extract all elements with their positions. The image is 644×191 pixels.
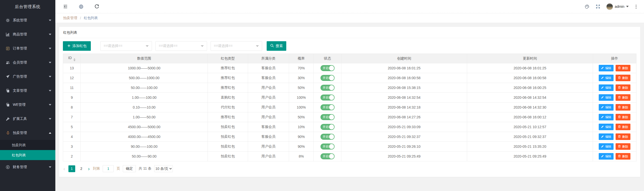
- goto-suffix-label: 页: [116, 166, 120, 171]
- page-button-2[interactable]: 2: [78, 165, 85, 172]
- goto-page-input[interactable]: [103, 165, 114, 172]
- toggle-knob: [329, 124, 334, 129]
- sidebar-item-we[interactable]: WE管理: [0, 98, 55, 112]
- sidebar-item-orders[interactable]: 订单管理: [0, 41, 55, 56]
- delete-button[interactable]: 删除: [616, 75, 630, 81]
- column-header-updated: 更新时间: [467, 54, 593, 63]
- delete-button[interactable]: 删除: [616, 153, 630, 160]
- row-range: 500.00——1000.00: [81, 73, 208, 83]
- user-menu[interactable]: admin: [606, 3, 629, 10]
- sidebar-subitem-redpacket-list[interactable]: 红包列表: [0, 150, 55, 160]
- edit-button[interactable]: 编辑: [599, 114, 614, 120]
- page-button-1[interactable]: 1: [68, 165, 75, 172]
- edit-button[interactable]: 编辑: [599, 133, 614, 140]
- sort-icon[interactable]: [73, 58, 75, 61]
- search-button[interactable]: 搜索: [267, 41, 286, 51]
- status-toggle[interactable]: 开启: [320, 65, 335, 71]
- sidebar-item-label: 扩展工具: [13, 117, 49, 121]
- sidebar-item-goods[interactable]: 商品管理: [0, 27, 55, 41]
- status-toggle[interactable]: 开启: [320, 114, 335, 120]
- theme-palette-icon[interactable]: [584, 4, 590, 9]
- chevron-down-icon: [49, 118, 51, 120]
- fullscreen-icon[interactable]: [596, 4, 600, 9]
- trash-icon: [618, 155, 621, 158]
- status-toggle[interactable]: 开启: [320, 104, 335, 110]
- delete-button[interactable]: 删除: [616, 84, 630, 91]
- row-category: 客服会员: [248, 73, 289, 83]
- row-type: 推荐红包: [208, 73, 248, 83]
- sidebar-item-system[interactable]: 系统管理: [0, 13, 55, 27]
- breadcrumb-separator: /: [80, 16, 81, 20]
- column-header-id[interactable]: ID: [63, 54, 81, 63]
- status-toggle[interactable]: 开启: [320, 85, 335, 91]
- status-toggle[interactable]: 开启: [320, 75, 335, 81]
- sidebar-item-members[interactable]: 会员管理: [0, 56, 55, 70]
- sidebar-item-finance[interactable]: 财务管理: [0, 160, 55, 174]
- next-page-button[interactable]: ›: [88, 166, 90, 171]
- filter-select-3[interactable]: ==请选择==: [211, 41, 262, 51]
- breadcrumb-parent[interactable]: 拍卖管理: [63, 16, 77, 20]
- delete-button[interactable]: 删除: [616, 124, 630, 130]
- edit-button[interactable]: 编辑: [599, 143, 614, 150]
- edit-button[interactable]: 编辑: [599, 65, 614, 71]
- edit-button[interactable]: 编辑: [599, 75, 614, 81]
- toggle-knob: [329, 134, 334, 139]
- sidebar-item-tools[interactable]: 扩展工具: [0, 112, 55, 126]
- delete-button[interactable]: 删除: [616, 104, 630, 111]
- row-type: 拍卖红包: [208, 142, 248, 152]
- sidebar-item-ads[interactable]: 广告管理: [0, 70, 55, 84]
- row-range: 1.00——50.00: [81, 112, 208, 122]
- delete-button[interactable]: 删除: [616, 133, 630, 140]
- row-status: 开启: [314, 73, 341, 83]
- filter-select-1[interactable]: ==请选择==: [100, 41, 152, 51]
- row-updated: 2020-05-21 09:32:37: [467, 132, 593, 142]
- edit-button[interactable]: 编辑: [599, 84, 614, 91]
- table-header-row: ID 数值范围 红包类型 所属分类 概率 状态 创建时间 更新时间 操作: [63, 54, 636, 63]
- avatar[interactable]: [606, 3, 613, 10]
- chevron-down-icon: [256, 45, 259, 47]
- row-created: 2020-06-08 16:00:58: [341, 73, 467, 83]
- row-actions: 编辑删除: [593, 122, 636, 132]
- delete-button[interactable]: 删除: [616, 114, 630, 120]
- confirm-page-button[interactable]: 确定: [123, 165, 136, 172]
- status-toggle[interactable]: 开启: [320, 124, 335, 130]
- row-category: 客服会员: [248, 122, 289, 132]
- prev-page-button[interactable]: ‹: [63, 166, 66, 171]
- trash-icon: [618, 76, 621, 80]
- pencil-icon: [601, 86, 604, 90]
- pencil-icon: [601, 125, 604, 129]
- status-toggle[interactable]: 开启: [320, 153, 335, 159]
- edit-button[interactable]: 编辑: [599, 153, 614, 160]
- status-toggle[interactable]: 开启: [320, 94, 335, 101]
- column-header-probability: 概率: [289, 54, 314, 63]
- globe-icon[interactable]: [78, 4, 84, 9]
- chevron-down-icon: [201, 45, 204, 47]
- edit-button[interactable]: 编辑: [599, 104, 614, 111]
- flame-icon: [6, 131, 10, 135]
- edit-button[interactable]: 编辑: [599, 94, 614, 101]
- refresh-icon[interactable]: [94, 4, 99, 9]
- row-id: 12: [63, 73, 81, 83]
- delete-button[interactable]: 删除: [616, 65, 630, 71]
- table-row: 1150.00——100.00推荐红包用户会员50%开启2020-06-08 1…: [63, 83, 636, 93]
- sidebar-item-label: WE管理: [13, 103, 49, 107]
- filter-select-2[interactable]: ==请选择==: [155, 41, 207, 51]
- table-wrap: ID 数值范围 红包类型 所属分类 概率 状态 创建时间 更新时间 操作: [59, 54, 640, 161]
- row-status: 开启: [314, 122, 341, 132]
- edit-button[interactable]: 编辑: [599, 124, 614, 130]
- add-redpacket-button[interactable]: 添加红包: [63, 41, 91, 51]
- more-options-icon[interactable]: [635, 4, 637, 9]
- status-toggle[interactable]: 开启: [320, 144, 335, 150]
- collapse-sidebar-icon[interactable]: [63, 4, 68, 9]
- sidebar-item-articles[interactable]: 文章管理: [0, 84, 55, 98]
- status-toggle[interactable]: 开启: [320, 134, 335, 140]
- toggle-knob: [329, 66, 334, 71]
- page-size-select[interactable]: 10 条/页: [154, 165, 173, 172]
- sidebar-item-auction[interactable]: 拍卖管理: [0, 126, 55, 140]
- sidebar-subitem-auction-list[interactable]: 拍卖列表: [0, 140, 55, 150]
- delete-button[interactable]: 删除: [616, 94, 630, 101]
- row-id: 3: [63, 142, 81, 152]
- pencil-icon: [601, 106, 604, 109]
- row-type: 推荐红包: [208, 112, 248, 122]
- delete-button[interactable]: 删除: [616, 143, 630, 150]
